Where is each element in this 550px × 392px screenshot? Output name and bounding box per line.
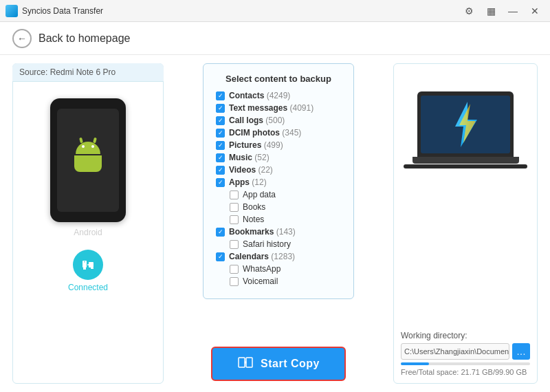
lightning-icon <box>448 100 483 149</box>
checkbox-apps[interactable]: ✓ <box>216 178 225 187</box>
title-bar: Syncios Data Transfer ⚙ ▦ — ✕ <box>0 0 550 22</box>
checkbox-textmessages[interactable]: ✓ <box>216 104 225 113</box>
label-dcimphotos: DCIM photos (345) <box>229 128 301 138</box>
laptop-base <box>412 157 519 164</box>
phone-outer <box>50 98 126 222</box>
label-calendars: Calendars (1283) <box>229 252 295 261</box>
svg-rect-3 <box>89 262 94 268</box>
checkbox-appdata[interactable] <box>230 190 239 199</box>
close-btn[interactable]: ✕ <box>525 3 544 19</box>
checkbox-calendars[interactable]: ✓ <box>216 252 225 261</box>
checkbox-safarihistory[interactable] <box>230 240 239 249</box>
label-calllogs: Call logs (500) <box>229 116 285 125</box>
svg-rect-4 <box>91 268 94 269</box>
checkbox-item-dcimphotos[interactable]: ✓DCIM photos (345) <box>216 128 341 138</box>
label-music: Music (52) <box>229 153 270 162</box>
laptop-screen-outer <box>417 91 514 157</box>
checkbox-music[interactable]: ✓ <box>216 153 225 162</box>
checkbox-item-videos[interactable]: ✓Videos (22) <box>216 165 341 175</box>
checkbox-voicemail[interactable] <box>230 277 239 286</box>
source-panel: Source: Redmi Note 6 Pro <box>12 63 164 384</box>
android-robot <box>71 142 105 179</box>
center-panel: Select content to backup ✓Contacts (4249… <box>173 63 384 384</box>
working-dir-row: C:\Users\Zhangjiaxin\Documents\S... … <box>401 343 530 360</box>
working-dir-label: Working directory: <box>401 331 530 340</box>
back-button[interactable]: ← <box>12 29 32 48</box>
label-books: Books <box>243 202 265 212</box>
page-title: Back to homepage <box>38 32 130 45</box>
laptop-graphic <box>404 91 527 168</box>
checkbox-item-apps[interactable]: ✓Apps (12) <box>216 177 341 187</box>
copy-icon <box>237 354 254 374</box>
svg-rect-6 <box>239 358 245 367</box>
checkbox-bookmarks[interactable]: ✓ <box>216 228 225 237</box>
checkbox-dcimphotos[interactable]: ✓ <box>216 129 225 138</box>
checkbox-item-music[interactable]: ✓Music (52) <box>216 153 341 162</box>
checkbox-item-calendars[interactable]: ✓Calendars (1283) <box>216 252 341 261</box>
select-box-title: Select content to backup <box>216 74 341 84</box>
checkbox-item-bookmarks[interactable]: ✓Bookmarks (143) <box>216 227 341 237</box>
checkbox-contacts[interactable]: ✓ <box>216 91 225 100</box>
app-title: Syncios Data Transfer <box>22 6 459 16</box>
back-arrow-icon: ← <box>17 33 27 44</box>
checkbox-notes[interactable] <box>230 215 239 224</box>
space-info: Free/Total space: 21.71 GB/99.90 GB <box>401 368 530 376</box>
checkbox-item-whatsapp[interactable]: WhatsApp <box>230 264 341 274</box>
working-dir-input[interactable]: C:\Users\Zhangjiaxin\Documents\S... <box>401 343 509 360</box>
label-whatsapp: WhatsApp <box>243 264 280 274</box>
android-eye-left <box>82 145 85 148</box>
svg-marker-9 <box>459 104 476 143</box>
connected-text: Connected <box>68 283 108 292</box>
checkbox-calllogs[interactable]: ✓ <box>216 116 225 125</box>
label-bookmarks: Bookmarks (143) <box>229 227 296 237</box>
checkbox-videos[interactable]: ✓ <box>216 166 225 175</box>
checkbox-item-safarihistory[interactable]: Safari history <box>230 239 341 249</box>
app-icon <box>6 5 18 17</box>
android-body <box>74 155 102 172</box>
checkbox-whatsapp[interactable] <box>230 265 239 274</box>
svg-rect-7 <box>246 358 252 367</box>
checkbox-list: ✓Contacts (4249)✓Text messages (4091)✓Ca… <box>216 91 341 286</box>
label-textmessages: Text messages (4091) <box>229 103 314 113</box>
label-videos: Videos (22) <box>229 165 273 175</box>
storage-progress-fill <box>401 362 429 365</box>
checkbox-pictures[interactable]: ✓ <box>216 141 225 150</box>
svg-point-5 <box>84 270 85 271</box>
label-voicemail: Voicemail <box>243 276 278 286</box>
working-dir-value: C:\Users\Zhangjiaxin\Documents\S... <box>404 347 509 356</box>
checkbox-item-voicemail[interactable]: Voicemail <box>230 276 341 286</box>
storage-progress <box>401 362 530 365</box>
main-content: ← Back to homepage Source: Redmi Note 6 … <box>0 22 550 392</box>
checkbox-item-contacts[interactable]: ✓Contacts (4249) <box>216 91 341 100</box>
label-notes: Notes <box>243 215 264 224</box>
checkbox-item-notes[interactable]: Notes <box>230 215 341 224</box>
start-copy-label: Start Copy <box>261 358 320 370</box>
minimize-btn[interactable]: — <box>503 3 522 19</box>
android-label: Android <box>74 228 102 237</box>
source-label: Source: Redmi Note 6 Pro <box>12 63 164 82</box>
grid-btn[interactable]: ▦ <box>481 3 500 19</box>
phone-screen <box>57 109 119 212</box>
working-dir-section: Working directory: C:\Users\Zhangjiaxin\… <box>401 327 530 376</box>
label-safarihistory: Safari history <box>243 239 291 249</box>
label-appdata: App data <box>243 190 276 199</box>
checkbox-item-calllogs[interactable]: ✓Call logs (500) <box>216 116 341 125</box>
label-contacts: Contacts (4249) <box>229 91 290 100</box>
checkbox-books[interactable] <box>230 203 239 212</box>
android-head <box>76 142 100 154</box>
start-copy-button[interactable]: Start Copy <box>211 347 346 381</box>
checkbox-item-textmessages[interactable]: ✓Text messages (4091) <box>216 103 341 113</box>
checkbox-item-books[interactable]: Books <box>230 202 341 212</box>
phone-graphic: Android <box>50 98 126 237</box>
checkbox-item-pictures[interactable]: ✓Pictures (499) <box>216 140 341 150</box>
body-layout: Source: Redmi Note 6 Pro <box>0 55 550 392</box>
browse-button[interactable]: … <box>512 343 530 360</box>
label-apps: Apps (12) <box>229 177 267 187</box>
connected-icon <box>73 250 103 280</box>
connected-area: Connected <box>68 250 108 292</box>
settings-btn[interactable]: ⚙ <box>459 3 478 19</box>
svg-rect-1 <box>83 268 86 270</box>
label-pictures: Pictures (499) <box>229 140 283 150</box>
android-eye-right <box>91 145 94 148</box>
checkbox-item-appdata[interactable]: App data <box>230 190 341 199</box>
